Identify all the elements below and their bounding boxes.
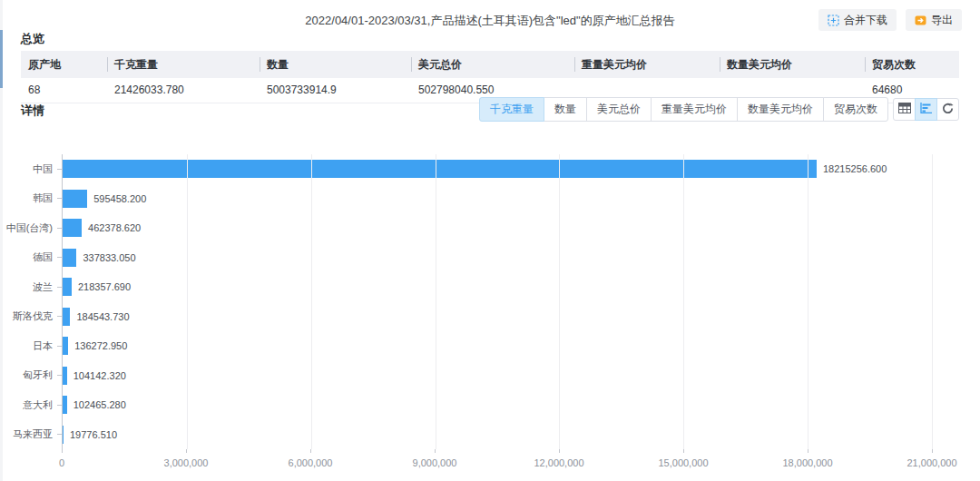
chart-bar-row: 462378.620	[63, 213, 932, 243]
overview-table: 原产地 千克重量 数量 美元总价 重量美元均价 数量美元均价 贸易次数 68 2…	[21, 51, 959, 103]
chart-bar-row: 337833.050	[63, 243, 932, 273]
chart-bar-row: 184543.730	[63, 302, 932, 332]
cell-kg-weight: 21426033.780	[107, 78, 260, 103]
x-axis-tick-label: 15,000,000	[658, 457, 708, 468]
export-label: 导出	[931, 13, 953, 28]
refresh-button[interactable]	[936, 98, 959, 121]
chart-bar-row: 19776.510	[63, 420, 932, 450]
chart-bar[interactable]	[63, 396, 67, 414]
chart-bar[interactable]	[63, 367, 67, 385]
merge-download-button[interactable]: 合并下载	[818, 9, 897, 31]
header-buttons: 合并下载 导出	[818, 9, 962, 31]
x-axis-tick-mark	[683, 449, 684, 453]
chart-bar-row: 136272.950	[63, 331, 932, 361]
category-label: 意大利	[0, 390, 62, 420]
view-toggle-group	[893, 98, 959, 121]
tab-weight-usd-avg[interactable]: 重量美元均价	[651, 97, 738, 122]
cell-origin: 68	[21, 78, 107, 103]
chart-gridline	[808, 154, 808, 449]
bar-value-label: 102465.280	[74, 399, 126, 410]
tab-qty-usd-avg[interactable]: 数量美元均价	[737, 97, 824, 122]
chart-bar[interactable]	[63, 337, 68, 355]
refresh-icon	[942, 103, 954, 117]
chart-gridline	[311, 154, 312, 449]
merge-download-label: 合并下载	[844, 13, 887, 28]
x-axis-tick-mark	[435, 449, 436, 453]
chart-gridline	[436, 154, 436, 449]
category-label: 日本	[0, 331, 62, 361]
x-axis-tick-mark	[310, 449, 311, 453]
category-label: 中国(台湾)	[0, 213, 62, 243]
overview-header-row: 原产地 千克重量 数量 美元总价 重量美元均价 数量美元均价 贸易次数	[21, 51, 959, 78]
chart-bar[interactable]	[63, 160, 817, 178]
chart-bar[interactable]	[63, 308, 70, 326]
chart-gridline	[559, 154, 560, 449]
bar-chart-view-button[interactable]	[915, 98, 937, 121]
x-axis-tick-label: 6,000,000	[289, 457, 333, 468]
bar-chart-view-icon	[920, 103, 932, 116]
category-label: 马来西亚	[0, 420, 62, 450]
chart-bar-row: 218357.690	[63, 272, 932, 302]
chart-bar[interactable]	[63, 219, 82, 237]
cell-quantity: 5003733914.9	[260, 78, 411, 103]
table-view-button[interactable]	[893, 98, 916, 121]
metric-tabs: 千克重量 数量 美元总价 重量美元均价 数量美元均价 贸易次数	[479, 97, 888, 122]
category-label: 波兰	[0, 272, 62, 302]
chart-bar[interactable]	[63, 190, 87, 208]
bar-value-label: 184543.730	[76, 311, 129, 322]
tab-quantity[interactable]: 数量	[544, 97, 587, 122]
x-axis-tick-mark	[932, 449, 933, 453]
col-quantity: 数量	[260, 51, 411, 78]
category-label: 中国	[0, 154, 62, 184]
x-axis-tick-mark	[808, 449, 808, 453]
col-origin: 原产地	[21, 51, 107, 78]
chart-bar-row: 104142.320	[63, 361, 932, 391]
col-qty-usd-avg: 数量美元均价	[720, 51, 865, 78]
chart-gridline	[932, 154, 933, 449]
x-axis-tick-label: 0	[59, 457, 64, 468]
bar-value-label: 19776.510	[70, 429, 117, 440]
bar-value-label: 104142.320	[74, 370, 126, 381]
x-axis-tick-label: 21,000,000	[906, 457, 956, 468]
x-axis-tick-label: 9,000,000	[413, 457, 457, 468]
chart-plot: 18215256.600595458.200462378.620337833.0…	[62, 154, 932, 449]
chart-gridline	[683, 154, 684, 449]
chart-gridline	[187, 154, 188, 449]
left-scrollbar-thumb[interactable]	[0, 30, 3, 88]
bar-value-label: 218357.690	[78, 281, 131, 292]
col-kg-weight: 千克重量	[107, 51, 260, 78]
x-axis-tick-label: 3,000,000	[164, 457, 209, 468]
merge-icon	[828, 15, 839, 26]
x-axis-tick-mark	[62, 449, 63, 453]
tab-trade-count[interactable]: 贸易次数	[823, 97, 888, 122]
bar-value-label: 595458.200	[93, 193, 146, 204]
col-weight-usd-avg: 重量美元均价	[574, 51, 720, 78]
category-label: 德国	[0, 243, 62, 273]
chart-x-axis: 03,000,0006,000,0009,000,00012,000,00015…	[62, 449, 932, 481]
bar-value-label: 462378.620	[88, 222, 141, 233]
col-usd-total: 美元总价	[411, 51, 574, 78]
x-axis-tick-label: 18,000,000	[782, 457, 832, 468]
report-page: 2022/04/01-2023/03/31,产品描述(土耳其语)包含"led"的…	[0, 0, 980, 481]
bar-value-label: 136272.950	[74, 340, 127, 351]
category-label: 匈牙利	[0, 361, 62, 391]
x-axis-tick-mark	[559, 449, 560, 453]
export-button[interactable]: 导出	[906, 9, 962, 31]
overview-section-label: 总览	[21, 31, 44, 47]
detail-section-label: 详情	[21, 103, 44, 119]
tab-usd-total[interactable]: 美元总价	[586, 97, 652, 122]
chart-bar-row: 18215256.600	[63, 154, 932, 184]
export-icon	[915, 15, 926, 26]
chart-bar-row: 595458.200	[63, 184, 932, 214]
tab-kg-weight[interactable]: 千克重量	[479, 97, 544, 122]
origin-bar-chart: 中国韩国中国(台湾)德国波兰斯洛伐克日本匈牙利意大利马来西亚 18215256.…	[0, 150, 980, 481]
chart-bar[interactable]	[63, 249, 76, 267]
chart-bar[interactable]	[63, 278, 72, 296]
chart-y-axis-labels: 中国韩国中国(台湾)德国波兰斯洛伐克日本匈牙利意大利马来西亚	[0, 154, 62, 449]
bar-value-label: 337833.050	[83, 252, 135, 263]
chart-rows: 18215256.600595458.200462378.620337833.0…	[63, 154, 932, 449]
chart-bar[interactable]	[63, 426, 64, 444]
x-axis-tick-label: 12,000,000	[534, 457, 583, 468]
table-view-icon	[898, 103, 911, 116]
bar-value-label: 18215256.600	[823, 163, 887, 174]
